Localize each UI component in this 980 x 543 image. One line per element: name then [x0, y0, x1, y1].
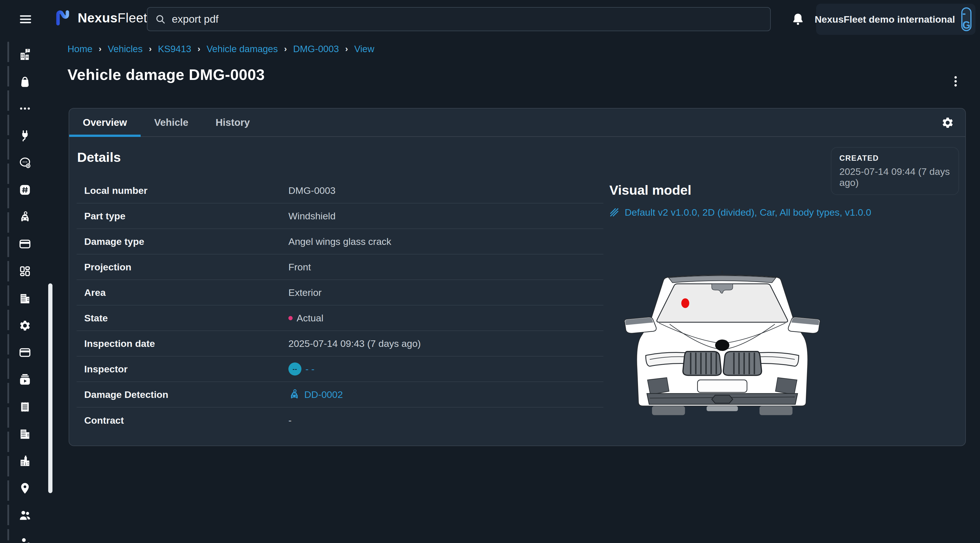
- damage-detection-link[interactable]: DD-0002: [304, 389, 343, 400]
- row-label: Projection: [76, 262, 288, 273]
- sidebar-item-gear-icon[interactable]: [18, 318, 32, 333]
- row-label: Inspection date: [76, 338, 288, 349]
- row-label: Damage type: [76, 236, 288, 247]
- detail-row-contract: Contract-: [76, 408, 603, 433]
- row-value: Exterior: [288, 287, 321, 298]
- details-heading: Details: [77, 149, 121, 165]
- sidebar-item-chat-dismiss-icon[interactable]: [18, 155, 32, 170]
- account-avatar-badge: -G: [961, 7, 972, 31]
- row-value: Angel wings glass crack: [288, 236, 391, 247]
- inspector-link[interactable]: - -: [305, 364, 315, 375]
- sidebar-item-person-add-icon[interactable]: [18, 535, 32, 543]
- car-search-icon: [288, 389, 300, 400]
- sidebar-item-video-library-icon[interactable]: [18, 372, 32, 387]
- detail-row-part-type: Part typeWindshield: [76, 203, 603, 229]
- detail-row-local-number: Local numberDMG-0003: [76, 178, 603, 203]
- visual-model-link[interactable]: Default v2 v1.0.0, 2D (divided), Car, Al…: [609, 207, 958, 218]
- search-icon: [155, 14, 166, 25]
- brand[interactable]: NexusFleet: [53, 8, 147, 27]
- detail-row-state: StateActual: [76, 305, 603, 331]
- sidebar-item-hash-square-icon[interactable]: [18, 183, 32, 197]
- row-value: -: [288, 415, 291, 426]
- sidebar-item-plug-icon[interactable]: [18, 129, 32, 143]
- breadcrumb: Home›Vehicles›KS9413›Vehicle damages›DMG…: [67, 44, 374, 54]
- page-actions-kebab-icon[interactable]: [947, 71, 964, 91]
- row-value: Front: [288, 262, 311, 273]
- detail-row-damage-type: Damage typeAngel wings glass crack: [76, 229, 603, 254]
- sidebar-item-ellipsis-icon[interactable]: [18, 101, 32, 116]
- tab-overview[interactable]: Overview: [69, 108, 141, 136]
- row-label: Inspector: [76, 364, 288, 375]
- status-dot: [288, 316, 293, 320]
- created-label: CREATED: [839, 154, 950, 163]
- row-label: Area: [76, 287, 288, 298]
- page-title: Vehicle damage DMG-0003: [67, 66, 265, 83]
- tab-bar: OverviewVehicleHistory: [69, 108, 965, 137]
- row-label: Local number: [76, 185, 288, 196]
- row-value: Windshield: [288, 211, 336, 222]
- row-value: --- -: [288, 362, 315, 376]
- breadcrumb-link-vehicles[interactable]: Vehicles: [108, 44, 143, 54]
- row-value: DD-0002: [288, 389, 343, 400]
- notifications-bell-icon[interactable]: [790, 11, 806, 27]
- breadcrumb-link-vehicle-damages[interactable]: Vehicle damages: [207, 44, 278, 54]
- breadcrumb-separator: ›: [197, 44, 200, 54]
- breadcrumb-separator: ›: [149, 44, 152, 54]
- sidebar-scrollbar-thumb[interactable]: [48, 283, 52, 493]
- top-bar: NexusFleet NexusFleet demo international…: [0, 0, 980, 38]
- visual-model-section: Visual model Default v2 v1.0.0, 2D (divi…: [609, 182, 958, 418]
- row-value: DMG-0003: [288, 185, 336, 196]
- model-hatch-icon: [609, 208, 620, 218]
- sidebar-item-office-building-icon[interactable]: [18, 291, 32, 306]
- sidebar-item-bag-icon[interactable]: [18, 74, 32, 89]
- detail-row-inspector: Inspector--- -: [76, 357, 603, 382]
- row-label: Damage Detection: [76, 389, 288, 400]
- brand-name: NexusFleet: [78, 10, 147, 25]
- sidebar-item-factory-icon[interactable]: [18, 454, 32, 468]
- hamburger-menu-icon[interactable]: [19, 13, 32, 26]
- search-input[interactable]: [172, 13, 763, 25]
- inspector-avatar: --: [288, 362, 301, 376]
- icon-sidebar: [0, 38, 63, 543]
- breadcrumb-separator: ›: [284, 44, 287, 54]
- account-label: NexusFleet demo international: [815, 14, 955, 25]
- sidebar-group-rail: [7, 42, 9, 540]
- nexusfleet-logo-icon: [53, 8, 72, 27]
- sidebar-item-dashboard-icon[interactable]: [18, 264, 32, 279]
- sidebar-item-office-building-icon[interactable]: [18, 427, 32, 441]
- car-front-diagram[interactable]: [621, 251, 823, 418]
- card-settings-gear-icon[interactable]: [940, 115, 955, 130]
- sidebar-item-building-question-icon[interactable]: [18, 47, 32, 62]
- damage-marker: [681, 298, 689, 308]
- detail-row-inspection-date: Inspection date2025-07-14 09:43 (7 days …: [76, 331, 603, 357]
- tab-history[interactable]: History: [202, 108, 263, 136]
- breadcrumb-separator: ›: [99, 44, 102, 54]
- row-label: Contract: [76, 415, 288, 426]
- global-search: [147, 7, 771, 31]
- details-table: Local numberDMG-0003Part typeWindshieldD…: [76, 178, 603, 433]
- overview-tab-panel: Details CREATED 2025-07-14 09:44 (7 days…: [69, 137, 965, 446]
- breadcrumb-link-ks9413[interactable]: KS9413: [158, 44, 191, 54]
- detail-row-projection: ProjectionFront: [76, 254, 603, 280]
- visual-model-heading: Visual model: [609, 182, 958, 198]
- sidebar-item-credit-card-icon[interactable]: [18, 237, 32, 251]
- sidebar-item-car-search-icon[interactable]: [18, 210, 32, 224]
- detail-row-area: AreaExterior: [76, 280, 603, 305]
- sidebar-item-credit-card-icon[interactable]: [18, 345, 32, 360]
- breadcrumb-link-view[interactable]: View: [354, 44, 374, 54]
- row-label: State: [76, 313, 288, 324]
- vehicle-damage-card: OverviewVehicleHistory Details CREATED 2…: [68, 108, 966, 446]
- row-value: Actual: [288, 313, 323, 324]
- sidebar-item-receipt-icon[interactable]: [18, 400, 32, 414]
- sidebar-item-people-icon[interactable]: [18, 508, 32, 522]
- account-switcher[interactable]: NexusFleet demo international -G: [816, 4, 975, 35]
- sidebar-item-map-pin-icon[interactable]: [18, 481, 32, 496]
- row-value: 2025-07-14 09:43 (7 days ago): [288, 338, 421, 349]
- row-label: Part type: [76, 211, 288, 222]
- breadcrumb-separator: ›: [345, 44, 348, 54]
- breadcrumb-link-home[interactable]: Home: [67, 44, 92, 54]
- detail-row-damage-detection: Damage DetectionDD-0002: [76, 382, 603, 408]
- tab-vehicle[interactable]: Vehicle: [141, 108, 202, 136]
- breadcrumb-link-dmg-0003[interactable]: DMG-0003: [293, 44, 339, 54]
